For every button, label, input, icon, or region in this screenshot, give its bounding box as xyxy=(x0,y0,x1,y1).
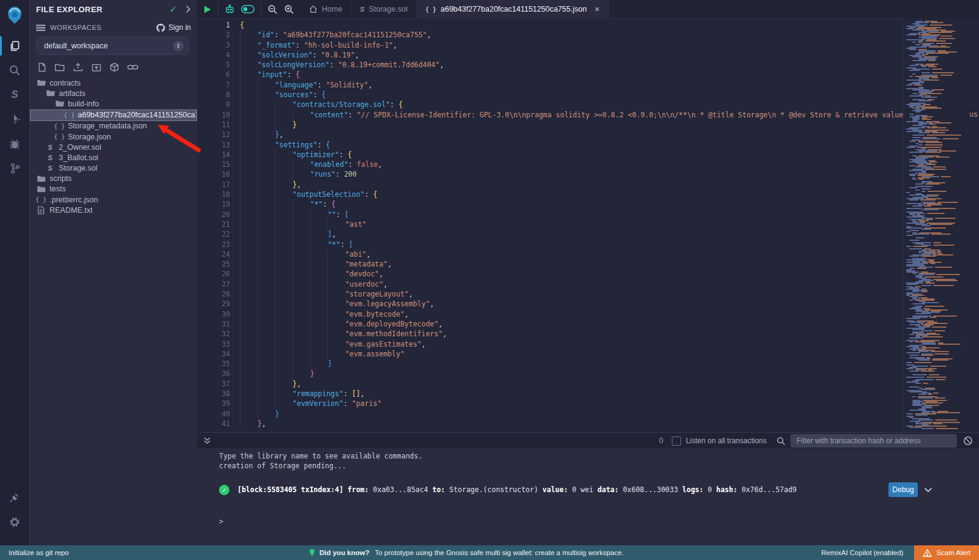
debug-button[interactable]: Debug xyxy=(888,482,918,497)
line-number[interactable]: 20 xyxy=(197,210,230,219)
copilot-toggle-icon[interactable] xyxy=(241,5,255,13)
code-line[interactable]: } xyxy=(240,120,979,130)
run-script-play-icon[interactable] xyxy=(203,5,212,14)
chevron-right-icon[interactable] xyxy=(185,6,191,13)
line-number[interactable]: 31 xyxy=(197,319,230,329)
line-number[interactable]: 8 xyxy=(197,90,230,100)
line-number[interactable]: 35 xyxy=(197,359,230,369)
line-number[interactable]: 27 xyxy=(197,279,230,289)
code-line[interactable]: "evm.gasEstimates", xyxy=(240,339,979,349)
code-line[interactable]: "ast" xyxy=(240,219,979,229)
code-line[interactable]: "_format": "hh-sol-build-info-1", xyxy=(240,40,979,50)
code-line[interactable]: "optimizer": { xyxy=(240,150,979,160)
code-line[interactable]: "input": { xyxy=(240,70,979,79)
line-number[interactable]: 13 xyxy=(197,140,230,150)
code-line[interactable]: "outputSelection": { xyxy=(240,190,979,199)
line-number[interactable]: 36 xyxy=(197,369,230,378)
tree-item[interactable]: tests xyxy=(30,184,197,194)
remix-logo-icon[interactable] xyxy=(2,3,27,28)
code-line[interactable]: "runs": 200 xyxy=(240,169,979,179)
tree-item[interactable]: scripts xyxy=(30,174,197,184)
hamburger-menu-icon[interactable] xyxy=(36,24,45,31)
line-number[interactable]: 5 xyxy=(197,60,230,70)
upload-folder-icon[interactable] xyxy=(91,63,102,72)
remix-ai-robot-icon[interactable] xyxy=(225,4,235,15)
code-line[interactable]: "metadata", xyxy=(240,259,979,269)
terminal-prompt[interactable]: > xyxy=(219,517,223,526)
line-number[interactable]: 25 xyxy=(197,259,230,269)
scam-alert-badge[interactable]: Scam Alert xyxy=(914,545,979,560)
clear-console-icon[interactable] xyxy=(963,436,973,446)
line-number[interactable]: 30 xyxy=(197,309,230,319)
code-line[interactable]: }, xyxy=(240,180,979,190)
line-number[interactable]: 24 xyxy=(197,249,230,259)
sidebar-item-plugin-manager[interactable] xyxy=(0,485,29,510)
line-number[interactable]: 12 xyxy=(197,130,230,139)
code-line[interactable]: "storageLayout", xyxy=(240,289,979,299)
line-number[interactable]: 19 xyxy=(197,199,230,209)
line-number[interactable]: 32 xyxy=(197,329,230,339)
copilot-status[interactable]: RemixAI Copilot (enabled) xyxy=(821,549,903,556)
line-number[interactable]: 16 xyxy=(197,169,230,179)
code-line[interactable]: "id": "a69b43f277ba20fcac141151250ca755"… xyxy=(240,30,979,40)
editor-gutter[interactable]: 1234567891011121314151617181920212223242… xyxy=(197,20,230,429)
code-line[interactable]: "evm.assembly" xyxy=(240,349,979,359)
sidebar-item-deploy-and-run[interactable] xyxy=(0,107,29,131)
tab-storage-sol[interactable]: S Storage.sol xyxy=(351,0,417,18)
transaction-log-row[interactable]: ✓ [block:5583405 txIndex:4] from: 0xa03.… xyxy=(219,482,932,497)
tab-home[interactable]: Home xyxy=(300,0,351,18)
code-line[interactable]: "enabled": false, xyxy=(240,160,979,169)
code-line[interactable]: { xyxy=(240,20,979,30)
line-number[interactable]: 34 xyxy=(197,349,230,359)
line-number[interactable]: 2 xyxy=(197,30,230,40)
close-tab-icon[interactable]: × xyxy=(595,4,600,14)
code-line[interactable]: "userdoc", xyxy=(240,279,979,289)
line-number[interactable]: 15 xyxy=(197,160,230,169)
line-number[interactable]: 21 xyxy=(197,219,230,229)
code-line[interactable]: }, xyxy=(240,130,979,139)
line-number[interactable]: 6 xyxy=(197,70,230,79)
line-number[interactable]: 17 xyxy=(197,180,230,190)
code-line[interactable]: "sources": { xyxy=(240,90,979,100)
listen-transactions-checkbox[interactable] xyxy=(672,437,681,446)
tree-item[interactable]: { }Storage_metadata.json xyxy=(30,121,197,131)
editor-code[interactable]: {"id": "a69b43f277ba20fcac141151250ca755… xyxy=(240,20,979,429)
code-line[interactable]: "*": { xyxy=(240,199,979,209)
code-line[interactable]: "evm.legacyAssembly", xyxy=(240,299,979,309)
code-line[interactable]: "remappings": [], xyxy=(240,389,979,399)
tree-item[interactable]: { }a69b43f277ba20fcac141151250ca7... xyxy=(30,109,197,121)
publish-ipfs-cube-icon[interactable] xyxy=(110,62,119,72)
code-line[interactable]: "settings": { xyxy=(240,140,979,150)
tree-item[interactable]: SStorage.sol xyxy=(30,163,197,174)
code-line[interactable]: }, xyxy=(240,379,979,389)
code-line[interactable]: }, xyxy=(240,419,979,429)
tab-build-info-json[interactable]: { } a69b43f277ba20fcac141151250ca755.jso… xyxy=(417,0,609,18)
code-line[interactable]: } xyxy=(240,409,979,419)
line-number[interactable]: 3 xyxy=(197,40,230,50)
line-number[interactable]: 37 xyxy=(197,379,230,389)
collapse-terminal-icon[interactable] xyxy=(203,437,211,445)
upload-file-icon[interactable] xyxy=(73,62,83,72)
sidebar-item-search[interactable] xyxy=(0,58,29,83)
tree-item[interactable]: S2_Owner.sol xyxy=(30,142,197,152)
tree-item[interactable]: { }.prettierrc.json xyxy=(30,194,197,205)
zoom-in-icon[interactable] xyxy=(284,4,294,15)
line-number[interactable]: 29 xyxy=(197,299,230,309)
code-line[interactable]: "evm.deployedBytecode", xyxy=(240,319,979,329)
code-line[interactable]: "solcLongVersion": "0.8.19+commit.7dd6d4… xyxy=(240,60,979,70)
sidebar-item-debugger[interactable] xyxy=(0,131,29,156)
terminal[interactable]: Type the library name to see available c… xyxy=(197,448,979,545)
tree-item[interactable]: S3_Ballot.sol xyxy=(30,152,197,163)
sidebar-item-git[interactable] xyxy=(0,156,29,180)
line-number[interactable]: 41 xyxy=(197,419,230,429)
line-number[interactable]: 18 xyxy=(197,190,230,199)
publish-gist-link-icon[interactable] xyxy=(127,64,138,71)
git-init-button[interactable]: Initialize as git repo xyxy=(9,549,69,556)
workspace-select[interactable]: default_workspace ▲▼ xyxy=(36,37,189,55)
transaction-filter-input[interactable] xyxy=(791,434,957,448)
code-line[interactable]: "language": "Solidity", xyxy=(240,80,979,90)
code-line[interactable]: "evm.bytecode", xyxy=(240,309,979,319)
code-line[interactable]: "*": [ xyxy=(240,240,979,249)
code-line[interactable]: "solcVersion": "0.8.19", xyxy=(240,50,979,60)
line-number[interactable]: 9 xyxy=(197,100,230,109)
